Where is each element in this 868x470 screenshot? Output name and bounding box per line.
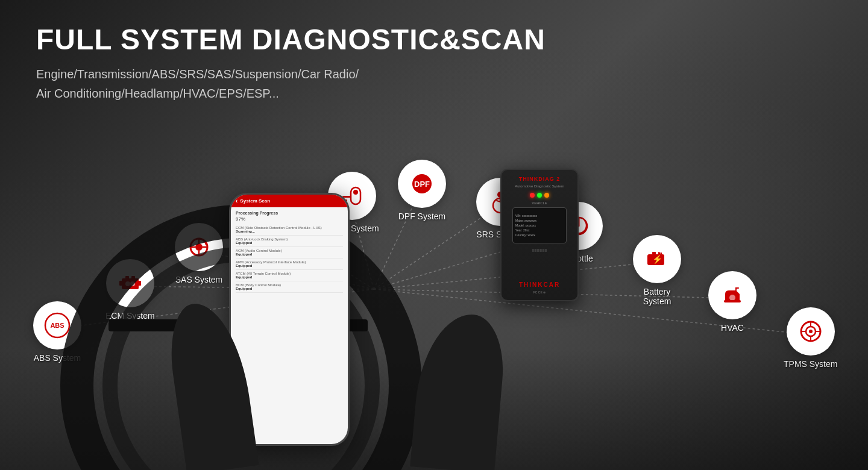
obd-barcode: ||||||||||||||||||| [532,248,547,252]
phone-item-0: ECM (Side Obstacle Detection Control Mod… [236,224,343,236]
svg-text:⚡: ⚡ [652,254,663,265]
phone-item-2: ACM (Audio Control Module) Equipped [236,247,343,258]
badge-hvac-label: HVAC [721,323,744,333]
obd-screen-text: VIN: xxxxxxxxxx Make: xxxxxxxx Model: xx… [515,213,537,237]
obd-led-red [530,193,535,198]
svg-point-49 [809,330,813,333]
main-content: FULL SYSTEM DIAGNOSTIC&SCAN Engine/Trans… [0,0,868,470]
hand-right [410,310,508,470]
svg-rect-46 [724,300,741,302]
svg-text:DPF: DPF [414,180,430,189]
phone-item-4: ATCM (All Terrain Control Module) Equipp… [236,270,343,281]
phone-progress-value: 97% [236,216,343,222]
obd-screen: VIN: xxxxxxxxxx Make: xxxxxxxx Model: xx… [512,207,567,243]
phone-item-1: ABS (Anti-Lock Braking System) Equipped [236,236,343,247]
badge-tpms-circle [787,307,835,356]
subtitle-line2: Air Conditioning/Headlamp/HVAC/EPS/ESP..… [36,84,546,103]
svg-point-45 [729,295,735,301]
phone-header-title: System Scan [240,198,270,204]
phone-item-3: APM (Accessory Protocol Interface Module… [236,258,343,270]
badge-battery-label: BatterySystem [643,287,671,306]
obd-body: THINKDIAG 2 Automotive Diagnostic System… [500,169,579,301]
badge-hvac: HVAC [708,271,756,333]
obd-brand: THINKDIAG 2 [519,176,561,182]
obd-led-green [537,193,542,198]
obd-vehicle-label: VEHICLE [532,201,547,205]
subtitle: Engine/Transmission/ABS/SRS/SAS/Suspensi… [36,64,546,103]
badge-battery-system: ⚡ + BatterySystem [633,235,681,306]
subtitle-line1: Engine/Transmission/ABS/SRS/SAS/Suspensi… [36,64,546,84]
svg-text:+: + [659,250,662,255]
main-title: FULL SYSTEM DIAGNOSTIC&SCAN [36,24,546,56]
badge-hvac-circle [708,271,756,319]
obd-subtitle: Automotive Diagnostic System [515,184,564,188]
badge-dpf-circle: DPF [398,160,446,208]
badge-battery-circle: ⚡ + [633,235,681,283]
phone-item-5: BCM (Body Control Module) Equipped [236,281,343,293]
svg-text:ABS: ABS [50,322,64,329]
phone-back-arrow: ‹ [236,198,237,204]
obd-cert-text: FC CE ⊕ [533,290,546,294]
obd-bottom-brand: THINKCAR [519,281,560,288]
header-section: FULL SYSTEM DIAGNOSTIC&SCAN Engine/Trans… [36,24,546,103]
obd-leds [530,193,549,198]
badge-dpf-label: DPF System [398,212,446,221]
phone-progress-label: Processing Progress [236,211,343,215]
badge-dpf-system: DPF DPF System [398,160,446,221]
obd-device: THINKDIAG 2 Automotive Diagnostic System… [500,169,579,301]
obd-cert-logos: FC CE ⊕ [533,290,546,294]
phone-header-bar: ‹ System Scan [231,195,348,207]
obd-led-orange [544,193,549,198]
